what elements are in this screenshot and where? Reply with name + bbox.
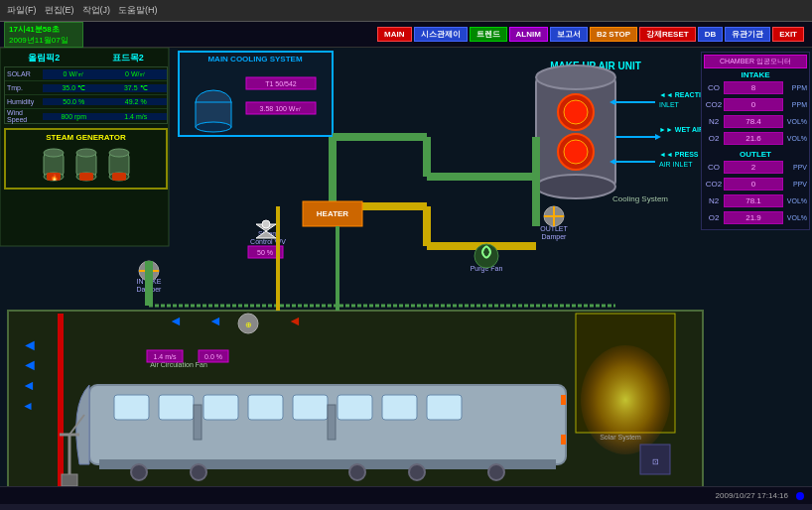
svg-point-16 — [564, 100, 588, 124]
outlet-n2-row: N2 78.1 VOL% — [704, 193, 807, 208]
menu-job[interactable]: 작업(J) — [79, 3, 114, 18]
btn-related[interactable]: 유관기관 — [725, 27, 770, 42]
svg-text:Cooling System: Cooling System — [612, 194, 668, 203]
svg-text:◄: ◄ — [208, 313, 222, 328]
btn-trend[interactable]: 트렌드 — [470, 27, 507, 42]
svg-rect-88 — [328, 405, 336, 440]
svg-text:Solar System: Solar System — [600, 434, 641, 442]
weather-row-humidity: Humidity 50.0 % 49.2 % — [5, 95, 167, 109]
btn-b2stop[interactable]: B2 STOP — [590, 27, 637, 42]
svg-point-14 — [536, 175, 615, 198]
svg-point-93 — [409, 464, 425, 480]
svg-rect-95 — [561, 395, 566, 405]
boiler-icon-2 — [71, 145, 101, 185]
svg-point-92 — [349, 464, 365, 480]
station1-label: 올림픽2 — [4, 52, 84, 64]
svg-rect-79 — [114, 395, 149, 420]
btn-system[interactable]: 시스관제이 — [414, 27, 468, 42]
btn-db[interactable]: DB — [698, 27, 724, 42]
btn-exit[interactable]: EXIT — [772, 27, 804, 42]
btn-reset[interactable]: 강제RESET — [639, 27, 696, 42]
svg-text:◄: ◄ — [22, 399, 34, 413]
svg-text:AIR INLET: AIR INLET — [659, 161, 693, 168]
chamber-header: CHAMBER 입공모니터 — [704, 55, 807, 68]
svg-point-54 — [474, 244, 498, 268]
svg-rect-84 — [338, 395, 372, 420]
chamber-panel: CHAMBER 입공모니터 INTAKE CO 8 PPM CO2 0 PPM … — [701, 52, 810, 230]
svg-text:⊡: ⊡ — [652, 457, 659, 466]
btn-alnim[interactable]: ALNIM — [509, 27, 548, 42]
steam-generator-box: STEAM GENERATOR 🔥 — [4, 128, 168, 190]
menu-help[interactable]: 도움말(H) — [115, 3, 161, 18]
svg-rect-89 — [99, 459, 556, 469]
svg-point-109 — [44, 149, 64, 157]
svg-point-118 — [109, 149, 129, 157]
svg-text:T1  50/542: T1 50/542 — [265, 80, 297, 87]
svg-text:◄: ◄ — [22, 377, 36, 393]
svg-text:0.0   %: 0.0 % — [204, 353, 222, 360]
svg-text:◄: ◄ — [169, 313, 183, 328]
weather-row-tmp: Tmp. 35.0 ℃ 37.5 ℃ — [5, 81, 167, 95]
svg-text:Damper: Damper — [542, 233, 568, 241]
btn-main[interactable]: MAIN — [377, 27, 411, 42]
svg-rect-67 — [58, 314, 64, 487]
svg-text:50   %: 50 % — [257, 249, 273, 256]
station2-label: 표드목2 — [88, 52, 169, 64]
svg-text:⊕: ⊕ — [245, 320, 252, 329]
svg-text:◄: ◄ — [22, 336, 38, 353]
svg-text:◄◄ PRESS: ◄◄ PRESS — [659, 151, 699, 158]
intake-co-row: CO 8 PPM — [704, 80, 807, 95]
outlet-co-row: CO 2 PPV — [704, 160, 807, 175]
boiler-icon-3 — [104, 145, 134, 185]
svg-text:🔥: 🔥 — [50, 174, 58, 182]
svg-rect-116 — [79, 173, 93, 181]
svg-point-91 — [191, 464, 206, 480]
svg-rect-87 — [194, 405, 202, 440]
weather-row-solar: SOLAR 0 W/㎡ 0 W/㎡ — [5, 67, 167, 81]
intake-n2-row: N2 78.4 VOL% — [704, 114, 807, 129]
steam-gen-title: STEAM GENERATOR — [9, 133, 163, 142]
svg-text:Control V/V: Control V/V — [250, 238, 286, 245]
svg-rect-83 — [293, 395, 328, 420]
svg-text:INLET: INLET — [659, 101, 680, 108]
outlet-o2-row: O2 21.9 VOL% — [704, 210, 807, 225]
btn-report[interactable]: 보고서 — [550, 27, 588, 42]
outlet-section-label: OUTLET — [704, 150, 807, 159]
svg-text:3.58  100 W㎡: 3.58 100 W㎡ — [260, 105, 303, 112]
svg-point-114 — [76, 149, 96, 157]
svg-text:◄: ◄ — [22, 356, 38, 373]
intake-o2-row: O2 21.6 VOL% — [704, 131, 807, 146]
svg-rect-80 — [159, 395, 194, 420]
svg-point-94 — [488, 464, 504, 480]
svg-point-13 — [536, 65, 615, 89]
svg-rect-85 — [382, 395, 417, 420]
svg-text:1.4  m/s: 1.4 m/s — [154, 353, 177, 360]
svg-point-6 — [196, 122, 231, 132]
time-display: 17시41분58초 — [9, 24, 78, 35]
svg-text:MAIN COOLING SYSTEM: MAIN COOLING SYSTEM — [207, 55, 302, 64]
svg-rect-82 — [248, 395, 283, 420]
menu-edit[interactable]: 편집(E) — [42, 3, 77, 18]
weather-row-wind: Wind Speed 800 rpm 1.4 m/s — [5, 109, 167, 123]
intake-co2-row: CO2 0 PPM — [704, 97, 807, 112]
svg-text:HEATER: HEATER — [317, 209, 349, 218]
datetime-status: 2009/10/27 17:14:16 — [716, 491, 788, 500]
outlet-co2-row: CO2 0 PPV — [704, 177, 807, 191]
svg-text:◄: ◄ — [288, 313, 302, 328]
svg-rect-81 — [203, 395, 238, 420]
svg-rect-105 — [62, 474, 77, 486]
svg-rect-86 — [427, 395, 462, 420]
svg-point-90 — [131, 464, 147, 480]
svg-rect-120 — [112, 173, 126, 181]
boiler-icon-1: 🔥 — [39, 145, 68, 185]
status-dot — [796, 492, 804, 500]
date-display: 2009년11월07일 — [9, 35, 78, 46]
status-bar: 2009/10/27 17:14:16 — [0, 486, 812, 504]
svg-rect-96 — [561, 435, 566, 445]
menu-file[interactable]: 파일(F) — [4, 3, 40, 18]
svg-point-47 — [262, 220, 270, 228]
svg-point-18 — [564, 140, 588, 164]
intake-section-label: INTAKE — [704, 70, 807, 79]
